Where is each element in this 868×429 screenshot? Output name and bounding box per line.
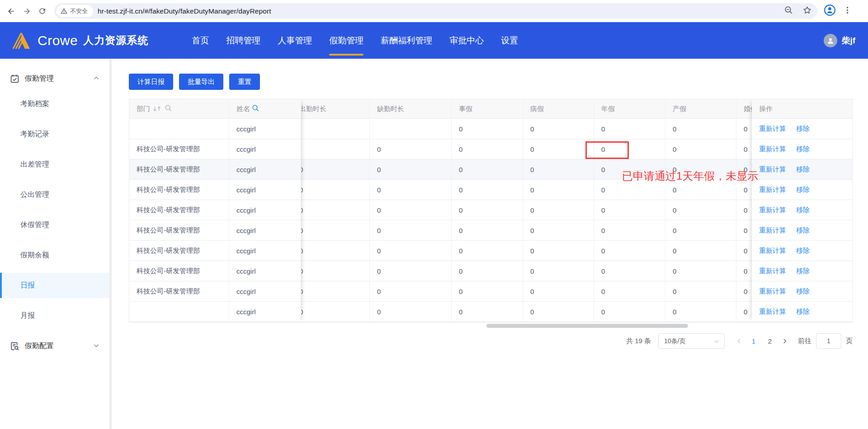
cell-marriage-leave: 0 bbox=[736, 281, 752, 302]
batch-export-button[interactable]: 批量导出 bbox=[179, 74, 223, 90]
table-row: 科技公司-研发管理部cccgirl bbox=[129, 159, 301, 180]
table-row: 重新计算移除 bbox=[752, 302, 852, 322]
table-header-row: 操作 bbox=[752, 99, 852, 119]
table-row: 重新计算移除 bbox=[752, 281, 852, 302]
table-row: 科技公司-研发管理部cccgirl bbox=[129, 200, 301, 220]
url-bar[interactable]: 不安全 hr-test.zjf-it.cn/#/fakeDuty/fakeDut… bbox=[54, 3, 817, 19]
bookmark-star-icon[interactable] bbox=[802, 5, 812, 17]
cell-name: cccgirl bbox=[229, 180, 301, 200]
cell-dept: 科技公司-研发管理部 bbox=[129, 261, 229, 281]
search-icon[interactable] bbox=[252, 104, 259, 113]
cell-annual-leave: 0 bbox=[594, 281, 665, 302]
recalculate-link[interactable]: 重新计算 bbox=[759, 165, 786, 174]
sort-icons[interactable] bbox=[152, 105, 163, 112]
cell-maternity-leave: 0 bbox=[665, 200, 736, 220]
recalculate-link[interactable]: 重新计算 bbox=[759, 145, 786, 154]
sidebar-group-leave-management[interactable]: 假勤管理 bbox=[0, 66, 109, 91]
horizontal-scrollbar-thumb[interactable] bbox=[486, 324, 688, 328]
recalculate-link[interactable]: 重新计算 bbox=[759, 125, 786, 133]
calc-day-report-button[interactable]: 计算日报 bbox=[129, 74, 173, 90]
sidebar-item-leave-balance[interactable]: 假期余额 bbox=[0, 242, 109, 268]
cell-attend-hours: 0 bbox=[301, 241, 370, 261]
browser-back-icon[interactable] bbox=[4, 4, 19, 19]
cell-marriage-leave: 0 bbox=[736, 302, 752, 322]
cell-attend-hours bbox=[301, 119, 370, 139]
sidebar-group-leave-config[interactable]: 假勤配置 bbox=[0, 333, 109, 359]
next-page-icon[interactable] bbox=[778, 333, 791, 349]
remove-link[interactable]: 移除 bbox=[796, 308, 810, 316]
column-header-attend-hours: 出勤时长 bbox=[301, 99, 370, 119]
cell-personal-leave: 0 bbox=[452, 261, 523, 281]
reset-button[interactable]: 重置 bbox=[229, 74, 260, 90]
table-fixed-left: 部门 姓名 cccgirl科技公司-研发管理部cccgirl科技公司-研发管理部… bbox=[129, 99, 301, 322]
cell-sick-leave: 0 bbox=[523, 302, 594, 322]
goto-page-input[interactable] bbox=[816, 333, 841, 349]
nav-item-leave[interactable]: 假勤管理 bbox=[329, 22, 363, 59]
table-row: 科技公司-研发管理部cccgirl bbox=[129, 220, 301, 241]
nav-item-payroll[interactable]: 薪酬福利管理 bbox=[381, 22, 432, 59]
nav-item-home[interactable]: 首页 bbox=[192, 22, 209, 59]
page-size-select[interactable]: 10条/页 bbox=[658, 333, 725, 349]
recalculate-link[interactable]: 重新计算 bbox=[759, 287, 786, 296]
cell-actions: 重新计算移除 bbox=[752, 200, 852, 220]
remove-link[interactable]: 移除 bbox=[796, 287, 810, 296]
column-label: 部门 bbox=[137, 105, 150, 113]
table-header-row: 部门 姓名 bbox=[129, 99, 301, 119]
page-size-value: 10条/页 bbox=[664, 337, 685, 345]
security-chip[interactable]: 不安全 bbox=[57, 5, 93, 17]
cell-name: cccgirl bbox=[229, 281, 301, 302]
cell-attend-hours bbox=[301, 139, 370, 159]
remove-link[interactable]: 移除 bbox=[796, 125, 810, 133]
recalculate-link[interactable]: 重新计算 bbox=[759, 247, 786, 255]
cell-personal-leave: 0 bbox=[452, 302, 523, 322]
sidebar-item-business-trip[interactable]: 出差管理 bbox=[0, 152, 109, 177]
browser-forward-icon[interactable] bbox=[19, 4, 34, 19]
cell-sick-leave: 0 bbox=[523, 261, 594, 281]
search-icon[interactable] bbox=[165, 104, 172, 113]
cell-sick-leave: 0 bbox=[523, 200, 594, 220]
remove-link[interactable]: 移除 bbox=[796, 206, 810, 214]
cell-annual-leave: 0 bbox=[594, 119, 665, 139]
remove-link[interactable]: 移除 bbox=[796, 247, 810, 255]
nav-item-hr[interactable]: 人事管理 bbox=[278, 22, 312, 59]
cell-maternity-leave: 0 bbox=[665, 261, 736, 281]
cell-maternity-leave: 0 bbox=[665, 139, 736, 159]
sidebar-item-attendance-record[interactable]: 考勤记录 bbox=[0, 121, 109, 147]
cell-sick-leave: 0 bbox=[523, 159, 594, 180]
main-content: 计算日报批量导出重置 部门 姓名 bbox=[112, 59, 868, 429]
sidebar-item-attendance-archive[interactable]: 考勤档案 bbox=[0, 91, 109, 117]
remove-link[interactable]: 移除 bbox=[796, 226, 810, 235]
table-row: 重新计算移除 bbox=[752, 200, 852, 220]
recalculate-link[interactable]: 重新计算 bbox=[759, 267, 786, 275]
recalculate-link[interactable]: 重新计算 bbox=[759, 206, 786, 214]
cell-name: cccgirl bbox=[229, 261, 301, 281]
recalculate-link[interactable]: 重新计算 bbox=[759, 226, 786, 235]
remove-link[interactable]: 移除 bbox=[796, 165, 810, 174]
recalculate-link[interactable]: 重新计算 bbox=[759, 308, 786, 316]
profile-icon[interactable] bbox=[824, 4, 836, 18]
page-number-2[interactable]: 2 bbox=[764, 337, 776, 345]
column-header-actions: 操作 bbox=[752, 99, 852, 119]
user-box[interactable]: 柴jf bbox=[824, 34, 855, 47]
recalculate-link[interactable]: 重新计算 bbox=[759, 186, 786, 194]
cell-annual-leave: 0 bbox=[594, 302, 665, 322]
zoom-out-icon[interactable] bbox=[784, 5, 793, 17]
sidebar-item-month-report[interactable]: 月报 bbox=[0, 303, 109, 328]
nav-item-settings[interactable]: 设置 bbox=[501, 22, 518, 59]
logo-triangle-icon bbox=[11, 31, 32, 50]
remove-link[interactable]: 移除 bbox=[796, 145, 810, 154]
nav-item-approval[interactable]: 审批中心 bbox=[449, 22, 484, 59]
menu-dots-icon[interactable] bbox=[843, 6, 852, 16]
sidebar-item-vacation[interactable]: 休假管理 bbox=[0, 212, 109, 238]
user-avatar-icon[interactable] bbox=[824, 34, 837, 47]
browser-refresh-icon[interactable] bbox=[34, 4, 50, 19]
sidebar-item-public-outing[interactable]: 公出管理 bbox=[0, 182, 109, 207]
nav-item-recruitment[interactable]: 招聘管理 bbox=[226, 22, 260, 59]
remove-link[interactable]: 移除 bbox=[796, 186, 810, 194]
toolbar: 计算日报批量导出重置 bbox=[129, 74, 853, 90]
prev-page-icon[interactable] bbox=[733, 333, 745, 349]
page-number-1[interactable]: 1 bbox=[748, 337, 760, 345]
remove-link[interactable]: 移除 bbox=[796, 267, 810, 275]
sidebar-item-day-report[interactable]: 日报 bbox=[0, 273, 109, 298]
table-row: 科技公司-研发管理部cccgirl bbox=[129, 241, 301, 261]
